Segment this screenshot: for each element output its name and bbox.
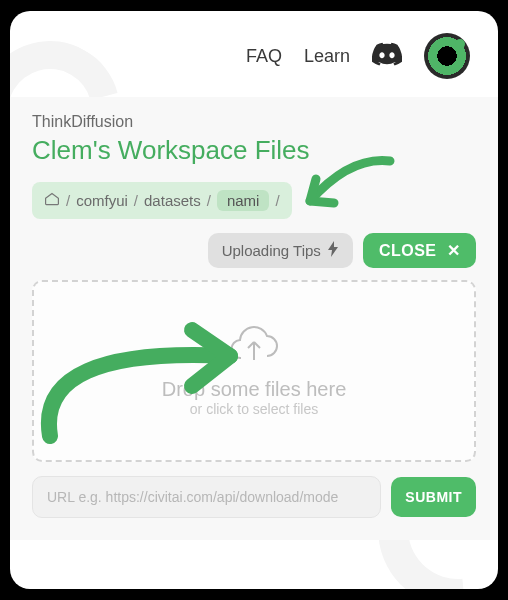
url-input[interactable] (32, 476, 381, 518)
breadcrumb-separator: / (134, 192, 138, 209)
close-label: CLOSE (379, 242, 437, 260)
uploading-tips-label: Uploading Tips (222, 242, 321, 259)
breadcrumb: / comfyui / datasets / nami / (32, 182, 292, 219)
header: FAQ Learn (10, 11, 498, 97)
avatar[interactable] (424, 33, 470, 79)
faq-link[interactable]: FAQ (246, 46, 282, 67)
cloud-upload-icon (227, 326, 281, 372)
lightning-icon (327, 241, 339, 260)
page-title: Clem's Workspace Files (32, 135, 476, 166)
breadcrumb-separator: / (207, 192, 211, 209)
url-upload-row: SUBMIT (32, 476, 476, 518)
breadcrumb-item[interactable]: datasets (144, 192, 201, 209)
brand-label: ThinkDiffusion (32, 113, 476, 131)
home-icon[interactable] (44, 192, 60, 209)
file-dropzone[interactable]: Drop some files here or click to select … (32, 280, 476, 462)
main-panel: ThinkDiffusion Clem's Workspace Files / … (10, 97, 498, 540)
breadcrumb-separator: / (275, 192, 279, 209)
learn-link[interactable]: Learn (304, 46, 350, 67)
submit-button[interactable]: SUBMIT (391, 477, 476, 517)
breadcrumb-item-current[interactable]: nami (217, 190, 270, 211)
dropzone-main-text: Drop some files here (162, 378, 347, 401)
close-icon: ✕ (447, 241, 461, 260)
dropzone-sub-text: or click to select files (190, 401, 318, 417)
breadcrumb-item[interactable]: comfyui (76, 192, 128, 209)
discord-icon[interactable] (372, 42, 402, 70)
app-card: FAQ Learn ThinkDiffusion Clem's Workspac… (10, 11, 498, 589)
close-button[interactable]: CLOSE ✕ (363, 233, 476, 268)
breadcrumb-separator: / (66, 192, 70, 209)
uploading-tips-button[interactable]: Uploading Tips (208, 233, 353, 268)
action-row: Uploading Tips CLOSE ✕ (32, 233, 476, 268)
